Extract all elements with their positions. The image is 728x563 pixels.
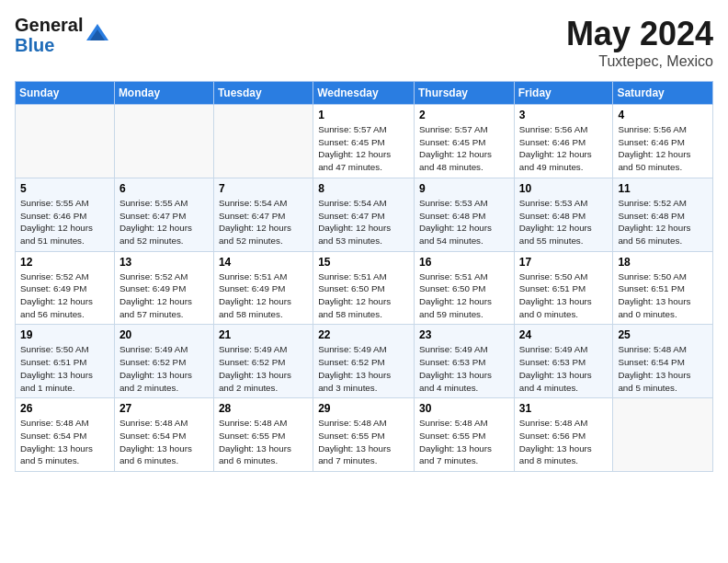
calendar-cell xyxy=(213,105,313,178)
logo-general: General xyxy=(15,15,83,35)
day-number: 10 xyxy=(519,182,609,195)
day-number: 5 xyxy=(20,182,109,195)
day-number: 7 xyxy=(219,182,308,195)
header-tuesday: Tuesday xyxy=(213,82,313,105)
calendar-cell: 26Sunrise: 5:48 AM Sunset: 6:54 PM Dayli… xyxy=(16,398,115,472)
header-sunday: Sunday xyxy=(16,82,115,105)
day-info: Sunrise: 5:50 AM Sunset: 6:51 PM Dayligh… xyxy=(519,270,609,321)
calendar-cell: 29Sunrise: 5:48 AM Sunset: 6:55 PM Dayli… xyxy=(313,398,415,472)
calendar-cell: 9Sunrise: 5:53 AM Sunset: 6:48 PM Daylig… xyxy=(415,178,515,251)
day-number: 31 xyxy=(519,402,609,415)
day-number: 13 xyxy=(119,256,209,269)
day-info: Sunrise: 5:54 AM Sunset: 6:47 PM Dayligh… xyxy=(318,197,409,247)
day-info: Sunrise: 5:48 AM Sunset: 6:54 PM Dayligh… xyxy=(119,417,209,467)
calendar-cell: 4Sunrise: 5:56 AM Sunset: 6:46 PM Daylig… xyxy=(613,105,713,178)
title-month: May 2024 xyxy=(566,15,713,53)
logo-blue: Blue xyxy=(15,35,83,55)
calendar-cell: 16Sunrise: 5:51 AM Sunset: 6:50 PM Dayli… xyxy=(415,251,515,325)
day-number: 19 xyxy=(20,328,109,341)
calendar-cell: 12Sunrise: 5:52 AM Sunset: 6:49 PM Dayli… xyxy=(16,251,115,325)
calendar-cell: 10Sunrise: 5:53 AM Sunset: 6:48 PM Dayli… xyxy=(514,178,613,251)
day-info: Sunrise: 5:55 AM Sunset: 6:47 PM Dayligh… xyxy=(119,197,209,247)
day-number: 18 xyxy=(618,256,708,269)
day-info: Sunrise: 5:50 AM Sunset: 6:51 PM Dayligh… xyxy=(20,343,109,394)
calendar-cell: 27Sunrise: 5:48 AM Sunset: 6:54 PM Dayli… xyxy=(114,398,213,472)
calendar-cell xyxy=(114,105,213,178)
day-number: 24 xyxy=(519,328,609,341)
day-info: Sunrise: 5:50 AM Sunset: 6:51 PM Dayligh… xyxy=(618,270,708,321)
day-number: 20 xyxy=(119,328,209,341)
calendar-cell: 25Sunrise: 5:48 AM Sunset: 6:54 PM Dayli… xyxy=(613,325,713,398)
day-info: Sunrise: 5:57 AM Sunset: 6:45 PM Dayligh… xyxy=(318,123,409,174)
calendar-cell: 30Sunrise: 5:48 AM Sunset: 6:55 PM Dayli… xyxy=(415,398,515,472)
week-row-2: 12Sunrise: 5:52 AM Sunset: 6:49 PM Dayli… xyxy=(16,251,713,325)
day-number: 3 xyxy=(519,109,609,121)
day-number: 22 xyxy=(318,328,409,341)
calendar-cell: 17Sunrise: 5:50 AM Sunset: 6:51 PM Dayli… xyxy=(514,251,613,325)
day-info: Sunrise: 5:53 AM Sunset: 6:48 PM Dayligh… xyxy=(419,197,509,247)
calendar-cell: 7Sunrise: 5:54 AM Sunset: 6:47 PM Daylig… xyxy=(213,178,313,251)
calendar-cell: 15Sunrise: 5:51 AM Sunset: 6:50 PM Dayli… xyxy=(313,251,415,325)
calendar-header-row: SundayMondayTuesdayWednesdayThursdayFrid… xyxy=(16,82,713,105)
header-saturday: Saturday xyxy=(613,82,713,105)
header-thursday: Thursday xyxy=(415,82,515,105)
calendar-cell: 11Sunrise: 5:52 AM Sunset: 6:48 PM Dayli… xyxy=(613,178,713,251)
day-number: 8 xyxy=(318,182,409,195)
day-number: 17 xyxy=(519,256,609,269)
title-block: May 2024 Tuxtepec, Mexico xyxy=(566,15,713,70)
calendar-cell: 5Sunrise: 5:55 AM Sunset: 6:46 PM Daylig… xyxy=(16,178,115,251)
calendar-cell: 3Sunrise: 5:56 AM Sunset: 6:46 PM Daylig… xyxy=(514,105,613,178)
logo: General Blue xyxy=(15,15,110,55)
day-number: 14 xyxy=(219,256,308,269)
day-info: Sunrise: 5:51 AM Sunset: 6:50 PM Dayligh… xyxy=(419,270,509,321)
day-info: Sunrise: 5:55 AM Sunset: 6:46 PM Dayligh… xyxy=(20,197,109,247)
day-info: Sunrise: 5:48 AM Sunset: 6:55 PM Dayligh… xyxy=(318,417,409,467)
calendar-cell: 20Sunrise: 5:49 AM Sunset: 6:52 PM Dayli… xyxy=(114,325,213,398)
week-row-1: 5Sunrise: 5:55 AM Sunset: 6:46 PM Daylig… xyxy=(16,178,713,251)
calendar-cell: 8Sunrise: 5:54 AM Sunset: 6:47 PM Daylig… xyxy=(313,178,415,251)
day-info: Sunrise: 5:52 AM Sunset: 6:48 PM Dayligh… xyxy=(618,197,708,247)
day-number: 26 xyxy=(20,402,109,415)
day-number: 2 xyxy=(419,109,509,121)
week-row-4: 26Sunrise: 5:48 AM Sunset: 6:54 PM Dayli… xyxy=(16,398,713,472)
day-info: Sunrise: 5:48 AM Sunset: 6:55 PM Dayligh… xyxy=(419,417,509,467)
day-info: Sunrise: 5:48 AM Sunset: 6:55 PM Dayligh… xyxy=(219,417,308,467)
calendar-cell: 14Sunrise: 5:51 AM Sunset: 6:49 PM Dayli… xyxy=(213,251,313,325)
title-location: Tuxtepec, Mexico xyxy=(566,53,713,70)
day-info: Sunrise: 5:51 AM Sunset: 6:50 PM Dayligh… xyxy=(318,270,409,321)
day-info: Sunrise: 5:49 AM Sunset: 6:52 PM Dayligh… xyxy=(318,343,409,394)
calendar-table: SundayMondayTuesdayWednesdayThursdayFrid… xyxy=(15,81,713,472)
calendar-cell: 31Sunrise: 5:48 AM Sunset: 6:56 PM Dayli… xyxy=(514,398,613,472)
day-info: Sunrise: 5:48 AM Sunset: 6:54 PM Dayligh… xyxy=(20,417,109,467)
calendar-cell: 24Sunrise: 5:49 AM Sunset: 6:53 PM Dayli… xyxy=(514,325,613,398)
week-row-0: 1Sunrise: 5:57 AM Sunset: 6:45 PM Daylig… xyxy=(16,105,713,178)
day-number: 11 xyxy=(618,182,708,195)
day-number: 28 xyxy=(219,402,308,415)
day-number: 16 xyxy=(419,256,509,269)
day-info: Sunrise: 5:54 AM Sunset: 6:47 PM Dayligh… xyxy=(219,197,308,247)
calendar-cell: 2Sunrise: 5:57 AM Sunset: 6:45 PM Daylig… xyxy=(415,105,515,178)
calendar-cell: 1Sunrise: 5:57 AM Sunset: 6:45 PM Daylig… xyxy=(313,105,415,178)
calendar-cell: 13Sunrise: 5:52 AM Sunset: 6:49 PM Dayli… xyxy=(114,251,213,325)
day-number: 29 xyxy=(318,402,409,415)
calendar-cell: 6Sunrise: 5:55 AM Sunset: 6:47 PM Daylig… xyxy=(114,178,213,251)
day-number: 23 xyxy=(419,328,509,341)
header-monday: Monday xyxy=(114,82,213,105)
day-info: Sunrise: 5:52 AM Sunset: 6:49 PM Dayligh… xyxy=(20,270,109,321)
logo-icon xyxy=(85,22,110,48)
day-number: 15 xyxy=(318,256,409,269)
day-number: 9 xyxy=(419,182,509,195)
day-info: Sunrise: 5:57 AM Sunset: 6:45 PM Dayligh… xyxy=(419,123,509,174)
calendar-cell: 21Sunrise: 5:49 AM Sunset: 6:52 PM Dayli… xyxy=(213,325,313,398)
calendar-cell: 22Sunrise: 5:49 AM Sunset: 6:52 PM Dayli… xyxy=(313,325,415,398)
calendar-cell: 19Sunrise: 5:50 AM Sunset: 6:51 PM Dayli… xyxy=(16,325,115,398)
calendar-cell: 23Sunrise: 5:49 AM Sunset: 6:53 PM Dayli… xyxy=(415,325,515,398)
day-number: 1 xyxy=(318,109,409,121)
week-row-3: 19Sunrise: 5:50 AM Sunset: 6:51 PM Dayli… xyxy=(16,325,713,398)
day-number: 4 xyxy=(618,109,708,121)
day-info: Sunrise: 5:49 AM Sunset: 6:53 PM Dayligh… xyxy=(419,343,509,394)
day-info: Sunrise: 5:52 AM Sunset: 6:49 PM Dayligh… xyxy=(119,270,209,321)
day-info: Sunrise: 5:53 AM Sunset: 6:48 PM Dayligh… xyxy=(519,197,609,247)
day-info: Sunrise: 5:51 AM Sunset: 6:49 PM Dayligh… xyxy=(219,270,308,321)
calendar-cell: 18Sunrise: 5:50 AM Sunset: 6:51 PM Dayli… xyxy=(613,251,713,325)
